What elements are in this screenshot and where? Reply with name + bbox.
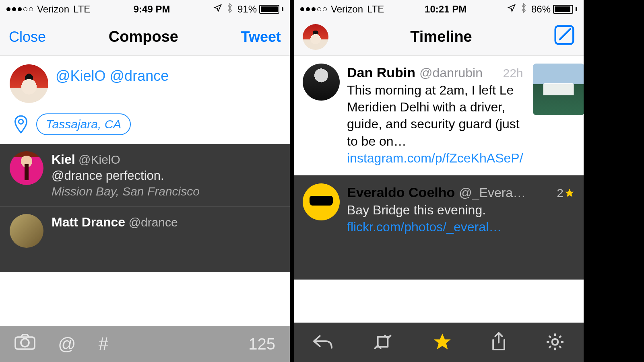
reply-name: Matt Drance [52, 215, 125, 229]
page-title: Compose [109, 28, 178, 45]
status-bar: Verizon LTE 9:49 PM 91% [0, 0, 290, 19]
avatar[interactable] [303, 183, 340, 220]
tweet-author-handle: @_Evera… [459, 184, 526, 201]
nav-bar: Timeline [294, 19, 584, 56]
compose-screen: Verizon LTE 9:49 PM 91% Close [0, 0, 290, 362]
signal-dots [6, 7, 33, 11]
tweet-item[interactable]: Dan Rubin @danrubin 22h This morning at … [294, 56, 584, 175]
timeline-screen: Verizon LTE 10:21 PM 86% Timeline [294, 0, 584, 362]
compose-textarea[interactable]: @KielO @drance [56, 64, 169, 103]
favorite-icon[interactable] [432, 332, 452, 354]
tweet-link[interactable]: flickr.com/photos/_everal… [347, 220, 502, 234]
hashtag-button[interactable]: # [99, 334, 108, 354]
avatar[interactable] [303, 64, 340, 101]
mention-button[interactable]: @ [58, 334, 76, 354]
char-count: 125 [248, 335, 275, 353]
reply-item[interactable]: Matt Drance @drance [0, 207, 290, 272]
tweet-text: This morning at 2am, I left Le Meridien … [347, 82, 523, 167]
compose-button[interactable] [554, 25, 575, 49]
tweet-list[interactable]: Dan Rubin @danrubin 22h This morning at … [294, 56, 584, 280]
location-services-icon [507, 4, 516, 15]
location-services-icon [213, 4, 222, 15]
tweet-link[interactable]: instagram.com/p/fZceKhASeP/ [347, 151, 523, 165]
clock-label: 9:49 PM [134, 4, 170, 15]
svg-point-4 [552, 339, 558, 345]
network-label: LTE [73, 4, 90, 15]
close-button[interactable]: Close [9, 29, 46, 45]
tweet-action-bar [294, 323, 584, 362]
svg-point-0 [19, 119, 23, 124]
retweet-icon[interactable] [371, 334, 395, 352]
camera-icon[interactable] [14, 333, 35, 354]
reply-name: Kiel [52, 152, 75, 167]
reply-location: Mission Bay, San Francisco [52, 184, 200, 199]
signal-dots [300, 7, 327, 11]
svg-point-2 [21, 339, 29, 347]
compose-icon [554, 32, 575, 49]
reply-icon[interactable] [312, 333, 333, 352]
nav-bar: Close Compose Tweet [0, 19, 290, 56]
location-pin-icon[interactable] [12, 114, 30, 134]
battery-icon [553, 5, 573, 14]
avatar [10, 214, 43, 248]
status-bar: Verizon LTE 10:21 PM 86% [294, 0, 584, 19]
carrier-label: Verizon [331, 4, 363, 15]
reply-item[interactable]: Kiel @KielO @drance perfection. Mission … [0, 144, 290, 207]
avatar [10, 151, 43, 185]
tweet-time: 2 [557, 185, 575, 201]
share-icon[interactable] [490, 331, 508, 354]
bluetooth-icon [520, 3, 527, 16]
account-avatar-button[interactable] [303, 24, 328, 50]
reply-handle: @drance [129, 216, 178, 229]
battery-pct-label: 91% [237, 4, 257, 15]
location-pill[interactable]: Tassajara, CA [36, 113, 131, 135]
page-title: Timeline [410, 28, 472, 45]
tweet-media-thumb[interactable] [533, 64, 584, 115]
tweet-text: Bay Bridge this evening. flickr.com/phot… [347, 202, 575, 235]
carrier-label: Verizon [37, 4, 69, 15]
tweet-author-handle: @danrubin [419, 64, 483, 81]
tweet-author-name: Dan Rubin [347, 64, 415, 82]
battery-pct-label: 86% [531, 4, 551, 15]
tweet-time: 22h [503, 65, 523, 81]
reply-context-list: Kiel @KielO @drance perfection. Mission … [0, 144, 290, 272]
battery-icon [259, 5, 279, 14]
tweet-button[interactable]: Tweet [241, 29, 281, 45]
network-label: LTE [367, 4, 384, 15]
reply-handle: @KielO [78, 153, 120, 166]
compose-toolbar: @ # 125 [0, 326, 290, 362]
reply-text: @drance perfection. [52, 168, 200, 184]
favorited-star-icon [564, 188, 575, 198]
user-avatar[interactable] [10, 64, 48, 103]
tweet-item-selected[interactable]: Everaldo Coelho @_Evera… 2 Bay Bridge th… [294, 175, 584, 280]
tweet-author-name: Everaldo Coelho [347, 183, 455, 202]
gear-icon[interactable] [545, 332, 565, 354]
bluetooth-icon [226, 3, 233, 16]
clock-label: 10:21 PM [425, 4, 466, 15]
